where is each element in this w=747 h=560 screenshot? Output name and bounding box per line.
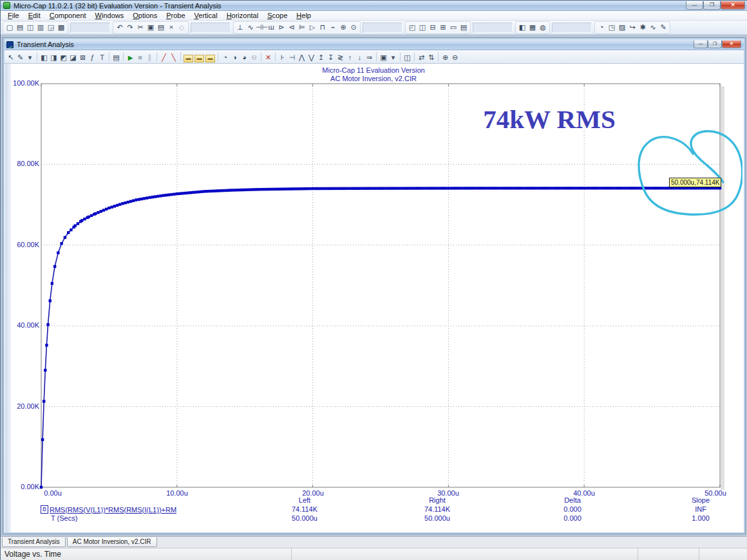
global-high-icon[interactable]: ↑ [345, 53, 355, 63]
menu-edit[interactable]: Edit [24, 12, 45, 19]
print-icon[interactable]: ▩ [56, 23, 66, 33]
vertical-axis-settings-icon[interactable]: ⇅ [426, 53, 436, 63]
inner-minimize-button[interactable]: — [694, 41, 708, 48]
peak-icon[interactable]: ⋀ [297, 53, 307, 63]
print-preview-icon[interactable]: ◲ [46, 23, 56, 33]
delete-icon[interactable]: × [166, 23, 176, 33]
scale-mode-icon[interactable]: ◧ [39, 53, 49, 63]
point-tag-icon[interactable]: ◩ [59, 53, 68, 63]
menu-probe[interactable]: Probe [162, 12, 189, 19]
previous-data-point-icon[interactable]: ⊣ [287, 53, 297, 63]
tile-vertical-icon[interactable]: ◫ [417, 23, 428, 33]
stop-icon[interactable]: ■ [135, 53, 145, 63]
close-button[interactable]: ✕ [721, 1, 745, 10]
menu-file[interactable]: File [3, 12, 24, 19]
go-to-schematic-icon[interactable]: ↪ [627, 23, 638, 33]
select-window-icon[interactable]: ◳ [607, 23, 617, 33]
diode-icon[interactable]: ⊳ [276, 23, 287, 33]
menu-help[interactable]: Help [292, 12, 316, 19]
menu-horizontal[interactable]: Horizontal [222, 12, 263, 19]
open-icon[interactable]: ▤ [15, 23, 25, 33]
overlap-icon[interactable]: ▭ [448, 23, 459, 33]
inner-restore-button[interactable]: ❐ [708, 41, 722, 48]
low-icon[interactable]: ↧ [326, 53, 336, 63]
capacitor-icon[interactable]: ⊣⊢ [256, 23, 266, 33]
inner-close-button[interactable]: ✕ [722, 41, 741, 48]
high-icon[interactable]: ↥ [316, 53, 326, 63]
text-mode-icon[interactable]: T [97, 53, 107, 63]
select-icon[interactable]: ↖ [6, 53, 15, 63]
data-points-icon[interactable]: ◔ [220, 53, 230, 63]
restore-button[interactable]: ❐ [703, 1, 721, 10]
remove-all-objects-icon[interactable]: ✕ [263, 53, 273, 63]
tokens-icon[interactable]: ◑ [230, 53, 240, 63]
web-icon[interactable]: ◍ [538, 23, 548, 33]
menu-component[interactable]: Component [45, 12, 91, 19]
go-to-x-icon[interactable]: ⇒ [364, 53, 374, 63]
paste-icon[interactable]: ▤ [156, 23, 166, 33]
save-icon[interactable]: ◫ [25, 23, 35, 33]
pause-icon[interactable]: ∥ [145, 53, 155, 63]
zoom-out-icon[interactable]: ⊖ [450, 53, 460, 63]
panel-middle-icon[interactable]: ▬ [194, 55, 204, 62]
inflection-icon[interactable]: ≷ [336, 53, 345, 63]
horizontal-tag-icon[interactable]: ◪ [68, 53, 78, 63]
cursor-line-left-icon[interactable]: ╱ [159, 53, 169, 63]
zoom-dim-icon[interactable]: ⊖ [249, 53, 259, 63]
panel-left-icon[interactable]: ▬ [184, 55, 193, 62]
tile-horizontal-icon[interactable]: ⊟ [428, 23, 438, 33]
split-icon[interactable]: ⊞ [438, 23, 448, 33]
cursor-tag[interactable]: 50.000u,74.114K [669, 178, 721, 187]
formula-text-icon[interactable]: ƒ [88, 53, 97, 63]
graphics-dropdown-icon[interactable]: ▾ [25, 53, 35, 63]
zoom-in-icon[interactable]: ⊕ [440, 53, 450, 63]
properties-icon[interactable]: ▤ [111, 53, 121, 63]
cut-icon[interactable]: ✂ [135, 23, 146, 33]
global-low-icon[interactable]: ↓ [355, 53, 364, 63]
revert-icon[interactable]: ▥ [35, 23, 46, 33]
valley-icon[interactable]: ⋁ [307, 53, 316, 63]
pulse-source-icon[interactable]: ⊓ [317, 23, 328, 33]
current-source-icon[interactable]: ⊙ [348, 23, 359, 33]
cursor-mode-icon[interactable]: ◨ [49, 53, 59, 63]
select-all-icon[interactable]: ◇ [176, 23, 187, 33]
model-editor-icon[interactable]: ▨ [617, 23, 627, 33]
redo-icon[interactable]: ↷ [125, 23, 135, 33]
copy-icon[interactable]: ▣ [146, 23, 156, 33]
inductor-icon[interactable]: ɯ [266, 23, 276, 33]
component-help-icon[interactable]: ▦ [527, 23, 538, 33]
help-topics-icon[interactable]: ◧ [517, 23, 527, 33]
clipboard-dropdown-icon[interactable]: ▾ [388, 53, 398, 63]
tab-circuit-file[interactable]: AC Motor Inversion, v2.CIR [67, 537, 157, 547]
ruler-icon[interactable]: ◕ [240, 53, 249, 63]
graphics-icon[interactable]: ✎ [15, 53, 25, 63]
sine-source-icon[interactable]: ∿ [245, 23, 256, 33]
branch-selector[interactable]: B [41, 505, 48, 514]
new-icon[interactable]: ▢ [5, 23, 15, 33]
demo-icon[interactable]: ◔ [596, 23, 607, 33]
run-icon[interactable]: ▶ [126, 53, 135, 63]
measure-icon[interactable]: ⊠ [78, 53, 88, 63]
menu-windows[interactable]: Windows [91, 12, 129, 19]
tab-transient-analysis[interactable]: Transient Analysis [2, 537, 66, 547]
resistor-icon[interactable]: ⌁ [328, 23, 338, 33]
horizontal-axis-settings-icon[interactable]: ⇄ [417, 53, 426, 63]
voltage-source-icon[interactable]: ⊕ [338, 23, 348, 33]
transistor-icon[interactable]: ⊲ [287, 23, 297, 33]
preferences-icon[interactable]: ✱ [638, 23, 648, 33]
menu-vertical[interactable]: Vertical [190, 12, 222, 19]
waveform-expression-link[interactable]: RMS(RMS(V(L1))*RMS(RMS(I(L1))+RM [50, 506, 176, 514]
cascade-icon[interactable]: ◰ [407, 23, 417, 33]
undo-icon[interactable]: ↶ [115, 23, 125, 33]
opamp-icon[interactable]: ▷ [307, 23, 317, 33]
mosfet-icon[interactable]: ⊨ [297, 23, 307, 33]
main-titlebar[interactable]: Micro-Cap 11.0.2.1 (32 bit) Evaluation V… [1, 1, 747, 11]
analysis-plot-icon[interactable]: ∿ [648, 23, 658, 33]
panel-right-icon[interactable]: ▬ [205, 55, 215, 62]
clipboard-icon[interactable]: ▣ [379, 53, 388, 63]
menu-scope[interactable]: Scope [263, 12, 292, 19]
inner-titlebar[interactable]: Transient Analysis — ❐ ✕ [5, 39, 744, 50]
next-data-point-icon[interactable]: ⊦ [278, 53, 287, 63]
ground-icon[interactable]: ⟂ [235, 23, 245, 33]
normalize-icon[interactable]: ◫ [402, 53, 412, 63]
